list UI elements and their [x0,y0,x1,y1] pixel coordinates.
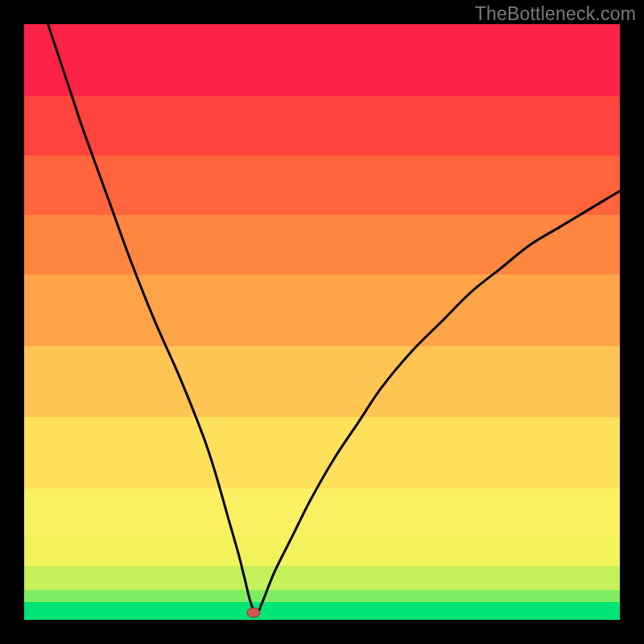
watermark-text: TheBottleneck.com [475,3,636,25]
bottleneck-chart [24,24,620,620]
chart-frame: TheBottleneck.com [0,0,644,644]
plot-area [24,24,620,620]
svg-rect-0 [24,24,620,620]
optimal-point-marker [247,608,260,617]
